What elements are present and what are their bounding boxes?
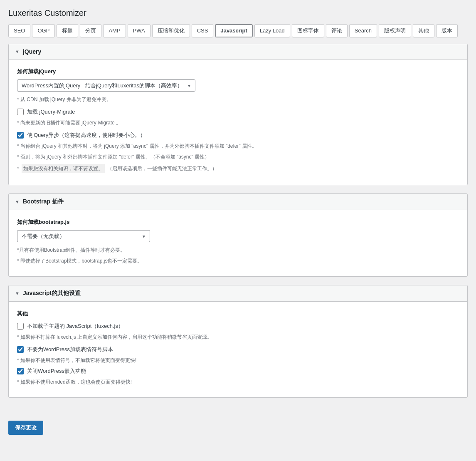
jquery-async-row: 使jQuery异步（这将提高速度，使用时要小心。） — [17, 131, 459, 139]
tab-javascript[interactable]: Javascript — [215, 24, 252, 37]
no-child-theme-note: * 如果你不打算在 luxech.js 上自定义添加任何内容，启用这个功能将稍微… — [17, 333, 459, 341]
jquery-migrate-row: 加载 jQuery-Migrate — [17, 108, 459, 116]
tab-bar: SEOOGP标题分页AMPPWA压缩和优化CSSJavascriptLazy L… — [0, 24, 476, 44]
no-emoji-label[interactable]: 不要为WordPress加载表情符号脚本 — [27, 346, 113, 353]
disable-embed-row: 关闭WordPress嵌入功能 — [17, 367, 459, 375]
tab-ogp[interactable]: OGP — [32, 24, 55, 37]
tab-version[interactable]: 版本 — [436, 24, 458, 37]
bootstrap-note2: * 即使选择了Bootstrap模式，bootstrap.js也不一定需要。 — [17, 257, 459, 265]
js-other-subsection-title: 其他 — [17, 310, 459, 317]
disable-embed-note: * 如果你不使用emded函数，这也会使页面变得更快! — [17, 378, 459, 386]
jquery-async-note2: * 否则，将为 jQuery 和外部脚本插件文件添加 "defer" 属性。（不… — [17, 153, 459, 161]
jquery-warning-inline: （启用该选项后，一些插件可能无法正常工作。） — [107, 165, 217, 172]
js-other-section-header[interactable]: ▼ Javascript的其他设置 — [9, 285, 467, 302]
no-emoji-note: * 如果你不使用表情符号，不加载它将使页面变得更快! — [17, 357, 459, 364]
jquery-how-load-label: 如何加载jQuery — [17, 68, 459, 75]
bootstrap-load-select-wrapper: 不需要（无负载） 从CDN加载 — [17, 230, 150, 242]
tab-pwa[interactable]: PWA — [128, 24, 150, 37]
jquery-migrate-note: * 尚未更新的旧插件可能需要 jQuery-Migrate 。 — [17, 119, 459, 126]
bootstrap-section-title: Bootstrap 插件 — [23, 198, 64, 206]
jquery-async-label[interactable]: 使jQuery异步（这将提高速度，使用时要小心。） — [27, 131, 146, 139]
save-bar: 保存更改 — [0, 414, 476, 441]
jquery-async-note1: * 当你组合 jQuery 和其他脚本时，将为 jQuery 添加 "async… — [17, 142, 459, 150]
jquery-async-checkbox[interactable] — [17, 132, 24, 139]
tab-lazyload[interactable]: Lazy Load — [254, 24, 290, 37]
bootstrap-section-header[interactable]: ▼ Bootstrap 插件 — [9, 194, 467, 210]
disable-embed-checkbox[interactable] — [17, 368, 24, 374]
jquery-load-select[interactable]: WordPress内置的jQuery - 结合jQuery和Luxeritas的… — [17, 79, 195, 92]
bootstrap-arrow-icon: ▼ — [15, 199, 20, 204]
jquery-section-header[interactable]: ▼ jQuery — [9, 44, 467, 59]
jquery-section: ▼ jQuery 如何加载jQuery WordPress内置的jQuery -… — [8, 44, 468, 185]
jquery-section-body: 如何加载jQuery WordPress内置的jQuery - 结合jQuery… — [9, 59, 467, 185]
jquery-warning-row: * 如果您没有相关知识，请不要设置。 （启用该选项后，一些插件可能无法正常工作。… — [17, 164, 459, 173]
js-other-arrow-icon: ▼ — [15, 291, 20, 296]
save-button[interactable]: 保存更改 — [8, 421, 43, 435]
tab-compress[interactable]: 压缩和优化 — [152, 24, 190, 37]
bootstrap-section-body: 如何加载bootstrap.js 不需要（无负载） 从CDN加载 *只有在使用B… — [9, 210, 467, 276]
bootstrap-note1: *只有在使用Bootstrap组件、插件等时才有必要。 — [17, 246, 459, 254]
disable-embed-label[interactable]: 关闭WordPress嵌入功能 — [27, 367, 86, 375]
no-emoji-row: 不要为WordPress加载表情符号脚本 — [17, 346, 459, 353]
jquery-cdn-note: * 从 CDN 加载 jQuery 并非为了避免冲突。 — [17, 96, 459, 103]
main-content: ▼ jQuery 如何加载jQuery WordPress内置的jQuery -… — [0, 44, 476, 414]
bootstrap-load-select[interactable]: 不需要（无负载） 从CDN加载 — [17, 230, 150, 242]
jquery-migrate-checkbox[interactable] — [17, 109, 24, 115]
bootstrap-how-load-label: 如何加载bootstrap.js — [17, 218, 459, 226]
tab-css[interactable]: CSS — [192, 24, 214, 37]
js-other-section-title: Javascript的其他设置 — [23, 290, 81, 297]
jquery-load-select-wrapper: WordPress内置的jQuery - 结合jQuery和Luxeritas的… — [17, 79, 195, 92]
tab-title[interactable]: 标题 — [57, 24, 78, 37]
jquery-migrate-label[interactable]: 加载 jQuery-Migrate — [27, 108, 75, 116]
tab-seo[interactable]: SEO — [8, 24, 30, 37]
tab-iconfont[interactable]: 图标字体 — [292, 24, 324, 37]
tab-amp[interactable]: AMP — [103, 24, 126, 37]
tab-search[interactable]: Search — [349, 24, 377, 37]
tab-copyright[interactable]: 版权声明 — [379, 24, 411, 37]
js-other-section-body: 其他 不加载子主题的 JavaScript（luxech.js） * 如果你不打… — [9, 302, 467, 397]
tab-pagination[interactable]: 分页 — [80, 24, 101, 37]
no-emoji-checkbox[interactable] — [17, 346, 24, 353]
no-child-theme-row: 不加载子主题的 JavaScript（luxech.js） — [17, 322, 459, 330]
bootstrap-section: ▼ Bootstrap 插件 如何加载bootstrap.js 不需要（无负载）… — [8, 193, 468, 277]
no-child-theme-checkbox[interactable] — [17, 323, 24, 330]
page-title: Luxeritas Customizer — [0, 0, 476, 24]
jquery-arrow-icon: ▼ — [15, 49, 20, 54]
jquery-section-title: jQuery — [23, 48, 41, 55]
js-other-section: ▼ Javascript的其他设置 其他 不加载子主题的 JavaScript（… — [8, 285, 468, 398]
jquery-warning-text: 如果您没有相关知识，请不要设置。 — [22, 164, 105, 173]
no-child-theme-label[interactable]: 不加载子主题的 JavaScript（luxech.js） — [27, 322, 123, 330]
tab-comment[interactable]: 评论 — [326, 24, 348, 37]
tab-other[interactable]: 其他 — [413, 24, 434, 37]
